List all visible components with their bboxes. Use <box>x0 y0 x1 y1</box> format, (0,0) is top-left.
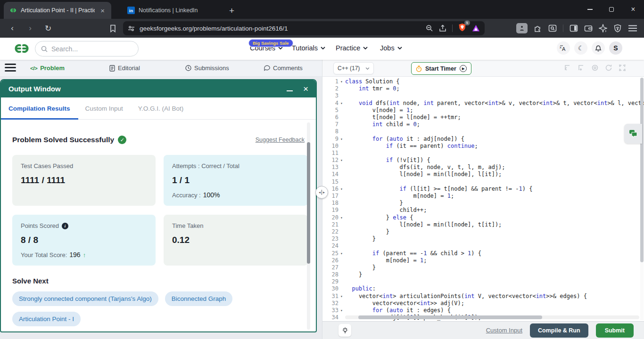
window-minimize-button[interactable] <box>579 0 601 19</box>
code-line[interactable]: 26 m[node] = 1; <box>322 257 644 264</box>
reload-button[interactable]: ↻ <box>42 24 54 33</box>
code-line[interactable]: 33▾ for (auto it : edges) { <box>322 307 644 314</box>
tab-problem[interactable]: </> Problem <box>30 60 65 76</box>
code-v-scrollbar[interactable] <box>640 78 644 320</box>
code-editor[interactable]: 1▾class Solution {2 int tmr = 0;34▾ void… <box>322 77 644 321</box>
tab-yogi-ai-bot[interactable]: Y.O.G.I. (AI Bot) <box>138 105 184 112</box>
vpn-shield-icon[interactable] <box>613 24 622 32</box>
dark-mode-icon[interactable]: ☾ <box>574 41 587 55</box>
problem-menu-icon[interactable] <box>5 64 16 72</box>
reset-code-icon[interactable] <box>605 64 612 72</box>
browser-tab-gfg[interactable]: Articulation Point - II | Practice | × <box>4 2 111 19</box>
code-line[interactable]: 18 } <box>322 200 644 207</box>
fold-arrow-icon[interactable]: ▾ <box>339 186 345 193</box>
search-input[interactable] <box>51 45 122 53</box>
fold-arrow-icon[interactable]: ▾ <box>339 157 345 164</box>
start-timer-button[interactable]: Start Timer ▶ <box>411 62 471 75</box>
code-line[interactable]: 31▾ vector<int> articulationPoints(int V… <box>322 293 644 300</box>
settings-icon[interactable] <box>591 64 599 72</box>
code-line[interactable]: 4▾ void dfs(int node, int parent, vector… <box>322 100 644 107</box>
tab-compilation-results[interactable]: Compilation Results <box>8 105 70 112</box>
code-line[interactable]: 6 t[node] = l[node] = ++tmr; <box>322 114 644 121</box>
close-icon[interactable]: × <box>303 84 308 93</box>
fold-arrow-icon[interactable]: ▾ <box>339 100 345 107</box>
minimize-icon[interactable] <box>287 90 293 91</box>
custom-input-link[interactable]: Custom Input <box>486 327 522 334</box>
fold-arrow-icon[interactable]: ▾ <box>339 214 345 221</box>
sidebar-icon[interactable] <box>570 24 578 32</box>
avatar[interactable]: S <box>609 41 622 55</box>
code-line[interactable]: 12▾ if (!v[it]) { <box>322 157 644 164</box>
code-line[interactable]: 22 } <box>322 228 644 235</box>
output-window-header[interactable]: Output Window × <box>1 80 316 97</box>
site-settings-icon[interactable] <box>128 25 135 32</box>
tab-close-icon[interactable]: × <box>99 6 107 15</box>
code-v-scrollbar-thumb[interactable] <box>640 78 644 262</box>
hint-button[interactable] <box>339 324 351 337</box>
extensions-icon[interactable] <box>534 24 542 32</box>
browser-tab-linkedin[interactable]: in Notifications | LinkedIn <box>122 2 221 19</box>
fullscreen-icon[interactable] <box>619 64 626 72</box>
code-line[interactable]: 29 <box>322 278 644 285</box>
zoom-out-icon[interactable] <box>426 24 433 32</box>
code-line[interactable]: 9▾ for (auto it : adj[node]) { <box>322 136 644 143</box>
code-line[interactable]: 21 l[node] = min(l[node], t[it]); <box>322 221 644 228</box>
site-search[interactable] <box>35 41 139 56</box>
leo-ai-icon[interactable] <box>599 24 607 32</box>
tab-custom-input[interactable]: Custom Input <box>85 105 123 112</box>
bookmark-icon[interactable] <box>109 24 116 32</box>
code-line[interactable]: 17 m[node] = 1; <box>322 193 644 200</box>
new-tab-button[interactable]: + <box>229 6 234 15</box>
code-line[interactable]: 30 public: <box>322 285 644 292</box>
split-drag-handle[interactable]: ◂▸ <box>315 186 328 199</box>
code-line[interactable]: 14 l[node] = min(l[node], l[it]); <box>322 171 644 178</box>
window-close-button[interactable]: × <box>622 0 644 19</box>
solve-next-chip[interactable]: Articulation Point - I <box>12 312 81 326</box>
suggest-feedback-link[interactable]: Suggest Feedback <box>256 137 305 143</box>
code-line[interactable]: 10 if (it == parent) continue; <box>322 143 644 150</box>
code-line[interactable]: 27 } <box>322 264 644 271</box>
code-line[interactable]: 16▾ if (l[it] >= t[node] && parent != -1… <box>322 186 644 193</box>
brave-rewards-icon[interactable] <box>472 24 480 32</box>
nav-jobs[interactable]: Jobs <box>380 44 402 52</box>
code-h-scrollbar-thumb[interactable] <box>358 315 542 319</box>
window-maximize-button[interactable] <box>601 0 622 19</box>
fold-arrow-icon[interactable]: ▾ <box>339 136 345 143</box>
code-h-scrollbar[interactable] <box>345 315 639 319</box>
discussion-fab[interactable] <box>624 124 642 144</box>
menu-icon[interactable] <box>628 24 637 32</box>
search-tabs-icon[interactable] <box>548 24 557 32</box>
code-line[interactable]: 28 } <box>322 271 644 278</box>
fold-arrow-icon[interactable]: ▾ <box>339 78 345 85</box>
code-line[interactable]: 20▾ } else { <box>322 214 644 221</box>
nav-practice[interactable]: Practice <box>336 44 368 52</box>
wallet-icon[interactable] <box>584 24 593 32</box>
code-line[interactable]: 3 <box>322 92 644 99</box>
forward-button[interactable]: › <box>25 24 36 33</box>
code-line[interactable]: 19 child++; <box>322 207 644 214</box>
code-line[interactable]: 8 <box>322 128 644 135</box>
code-line[interactable]: 32 vector<vector<int>> adj(V); <box>322 300 644 307</box>
notifications-bell-icon[interactable] <box>592 41 605 55</box>
code-line[interactable]: 11 <box>322 150 644 157</box>
fold-all-icon[interactable] <box>564 64 571 72</box>
tab-comments[interactable]: Comments <box>264 60 303 76</box>
back-button[interactable]: ‹ <box>7 24 18 33</box>
fold-arrow-icon[interactable]: ▾ <box>339 307 345 314</box>
output-scrollbar[interactable] <box>307 122 310 330</box>
code-line[interactable]: 7 int child = 0; <box>322 121 644 128</box>
submit-button[interactable]: Submit <box>596 323 634 338</box>
unfold-all-icon[interactable] <box>578 64 585 72</box>
tab-submissions[interactable]: Submissions <box>185 60 229 76</box>
tab-editorial[interactable]: Editorial <box>109 60 140 76</box>
compile-run-button[interactable]: Compile & Run <box>530 323 588 338</box>
gfg-logo[interactable] <box>12 43 31 54</box>
brave-shield-icon[interactable]: 5 <box>458 23 466 33</box>
reading-mode-icon[interactable] <box>516 23 528 33</box>
output-scrollbar-thumb[interactable] <box>307 142 310 264</box>
solve-next-chip[interactable]: Biconnected Graph <box>165 291 233 306</box>
code-line[interactable]: 23 } <box>322 235 644 242</box>
code-line[interactable]: 2 int tmr = 0; <box>322 85 644 92</box>
translate-icon[interactable]: xA <box>557 41 570 55</box>
code-line[interactable]: 5 v[node] = 1; <box>322 107 644 114</box>
